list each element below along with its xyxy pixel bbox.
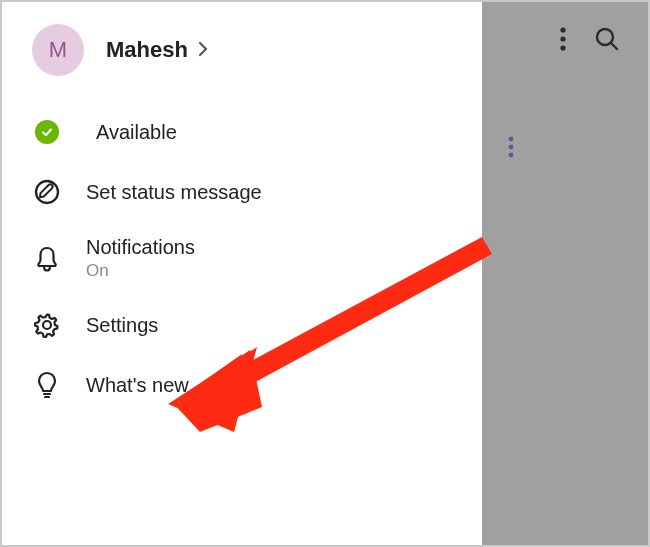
menu-item-settings[interactable]: Settings <box>2 295 482 355</box>
notifications-value: On <box>86 261 195 281</box>
svg-point-2 <box>560 45 565 50</box>
backdrop-toolbar <box>482 2 648 76</box>
presence-available-icon <box>32 120 62 144</box>
profile-row[interactable]: M Mahesh <box>2 2 482 88</box>
chevron-right-icon <box>198 37 208 63</box>
svg-point-1 <box>560 36 565 41</box>
edit-status-icon <box>32 178 62 206</box>
svg-line-4 <box>611 43 617 49</box>
presence-label: Available <box>96 121 177 144</box>
avatar-initial: M <box>49 37 67 63</box>
drawer-menu: Available Set status message <box>2 88 482 415</box>
gear-icon <box>32 311 62 339</box>
navigation-drawer: M Mahesh A <box>2 2 482 545</box>
whats-new-label: What's new <box>86 374 189 397</box>
lightbulb-icon <box>32 370 62 400</box>
menu-item-presence[interactable]: Available <box>2 102 482 162</box>
svg-point-5 <box>509 137 514 142</box>
settings-label: Settings <box>86 314 158 337</box>
viewport: M Mahesh A <box>0 0 650 547</box>
more-icon[interactable] <box>508 136 514 162</box>
avatar: M <box>32 24 84 76</box>
menu-item-set-status[interactable]: Set status message <box>2 162 482 222</box>
svg-point-0 <box>560 27 565 32</box>
svg-point-7 <box>509 153 514 158</box>
svg-point-6 <box>509 145 514 150</box>
bell-icon <box>32 245 62 273</box>
profile-name: Mahesh <box>106 37 188 63</box>
svg-point-9 <box>43 321 51 329</box>
menu-item-notifications[interactable]: Notifications On <box>2 222 482 295</box>
notifications-label: Notifications <box>86 236 195 259</box>
more-icon[interactable] <box>560 27 566 51</box>
dimmed-backdrop <box>482 2 648 545</box>
menu-item-whats-new[interactable]: What's new <box>2 355 482 415</box>
search-icon[interactable] <box>594 26 620 52</box>
set-status-label: Set status message <box>86 181 262 204</box>
